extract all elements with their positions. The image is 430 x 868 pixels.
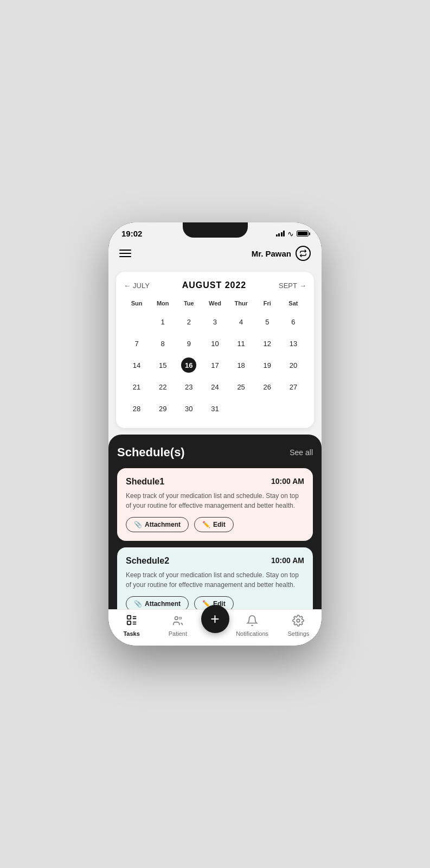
phone-screen: 19:02 ∿ Mr. Pawan [108, 222, 322, 646]
wifi-icon: ∿ [287, 229, 294, 238]
schedule-card-2: Schedule2 10:00 AM Keep track of your me… [117, 547, 313, 609]
dow-sat: Sat [280, 298, 306, 311]
svg-point-8 [297, 619, 300, 622]
card-2-attachment-label: Attachment [145, 600, 181, 608]
calendar: ← JULY AUGUST 2022 SEPT → Sun Mon Tue [116, 272, 314, 428]
calendar-day[interactable]: 1 [150, 311, 176, 333]
dow-mon: Mon [150, 298, 176, 311]
calendar-day[interactable]: 6 [280, 311, 306, 333]
patient-label: Patient [169, 630, 187, 637]
calendar-day[interactable]: 3 [202, 311, 228, 333]
dow-thur: Thur [228, 298, 254, 311]
notch [183, 222, 248, 238]
card-1-time: 10:00 AM [271, 477, 304, 486]
calendar-day[interactable]: 31 [202, 398, 228, 419]
dow-tue: Tue [176, 298, 202, 311]
svg-point-7 [179, 617, 182, 619]
bottom-nav: Tasks Patient + [108, 609, 322, 646]
calendar-day[interactable]: 9 [176, 333, 202, 354]
schedule-title: Schedule(s) [117, 445, 185, 459]
calendar-day[interactable]: 11 [228, 333, 254, 354]
schedule-card-1: Shedule1 10:00 AM Keep track of your med… [117, 468, 313, 541]
card-1-desc: Keep track of your medication list and s… [126, 491, 304, 510]
card-2-title: Schedule2 [126, 556, 169, 566]
app-header: Mr. Pawan [108, 241, 322, 267]
card-1-header: Shedule1 10:00 AM [126, 477, 304, 487]
card-1-actions: 📎 Attachment ✏️ Edit [126, 517, 304, 532]
calendar-day[interactable]: 10 [202, 333, 228, 354]
user-switch-button[interactable] [296, 246, 311, 261]
edit-icon-1: ✏️ [202, 521, 210, 528]
tasks-label: Tasks [123, 630, 139, 637]
menu-button[interactable] [119, 250, 131, 257]
calendar-day [254, 398, 280, 419]
schedule-header: Schedule(s) See all [117, 445, 313, 459]
calendar-day[interactable]: 28 [124, 398, 150, 419]
schedule-section: Schedule(s) See all Shedule1 10:00 AM Ke… [108, 435, 322, 609]
card-1-attachment-button[interactable]: 📎 Attachment [126, 517, 189, 532]
calendar-day[interactable]: 12 [254, 333, 280, 354]
svg-rect-0 [127, 616, 130, 619]
svg-point-6 [175, 616, 178, 620]
user-info: Mr. Pawan [252, 246, 311, 261]
calendar-day [280, 398, 306, 419]
notifications-icon [246, 615, 258, 629]
card-1-title: Shedule1 [126, 477, 164, 487]
calendar-day[interactable]: 23 [176, 376, 202, 398]
fab-plus-icon: + [210, 611, 219, 627]
tasks-icon [126, 614, 138, 629]
calendar-day[interactable]: 2 [176, 311, 202, 333]
svg-rect-1 [127, 621, 130, 624]
nav-item-notifications[interactable]: Notifications [229, 615, 275, 637]
next-month-button[interactable]: SEPT → [279, 282, 306, 290]
calendar-day[interactable]: 26 [254, 376, 280, 398]
calendar-day[interactable]: 15 [150, 354, 176, 376]
card-2-time: 10:00 AM [271, 556, 304, 565]
see-all-button[interactable]: See all [290, 448, 313, 457]
attachment-icon-2: 📎 [134, 600, 142, 608]
prev-month-button[interactable]: ← JULY [124, 282, 150, 290]
calendar-day[interactable]: 27 [280, 376, 306, 398]
content-area: ← JULY AUGUST 2022 SEPT → Sun Mon Tue [108, 267, 322, 609]
calendar-day [228, 398, 254, 419]
card-2-header: Schedule2 10:00 AM [126, 556, 304, 566]
prev-month-label: JULY [133, 282, 150, 290]
attachment-icon: 📎 [134, 521, 142, 528]
calendar-day[interactable]: 8 [150, 333, 176, 354]
status-time: 19:02 [121, 229, 142, 238]
signal-icon [276, 231, 285, 237]
calendar-day[interactable]: 19 [254, 354, 280, 376]
settings-icon [292, 615, 304, 629]
calendar-day [124, 311, 150, 333]
calendar-day[interactable]: 16 [176, 354, 202, 376]
card-1-edit-button[interactable]: ✏️ Edit [194, 517, 234, 532]
nav-item-patient[interactable]: Patient [155, 615, 201, 637]
calendar-day[interactable]: 13 [280, 333, 306, 354]
calendar-day[interactable]: 22 [150, 376, 176, 398]
calendar-day[interactable]: 17 [202, 354, 228, 376]
current-month-title: AUGUST 2022 [182, 280, 247, 290]
card-1-edit-label: Edit [213, 521, 226, 528]
calendar-day[interactable]: 20 [280, 354, 306, 376]
settings-label: Settings [288, 630, 310, 637]
calendar-day[interactable]: 14 [124, 354, 150, 376]
calendar-grid: Sun Mon Tue Wed Thur Fri Sat 12345678910… [124, 298, 306, 419]
calendar-day[interactable]: 25 [228, 376, 254, 398]
calendar-day[interactable]: 29 [150, 398, 176, 419]
card-2-attachment-button[interactable]: 📎 Attachment [126, 596, 189, 609]
battery-icon [297, 231, 309, 237]
nav-item-tasks[interactable]: Tasks [108, 614, 155, 637]
calendar-day[interactable]: 21 [124, 376, 150, 398]
card-2-desc: Keep track of your medication list and s… [126, 570, 304, 590]
calendar-day[interactable]: 4 [228, 311, 254, 333]
dow-fri: Fri [254, 298, 280, 311]
calendar-day[interactable]: 7 [124, 333, 150, 354]
calendar-day[interactable]: 5 [254, 311, 280, 333]
nav-item-settings[interactable]: Settings [275, 615, 322, 637]
calendar-day[interactable]: 24 [202, 376, 228, 398]
calendar-day[interactable]: 18 [228, 354, 254, 376]
calendar-day[interactable]: 30 [176, 398, 202, 419]
patient-icon [172, 615, 184, 629]
status-icons: ∿ [276, 229, 309, 238]
fab-add-button[interactable]: + [201, 605, 229, 633]
